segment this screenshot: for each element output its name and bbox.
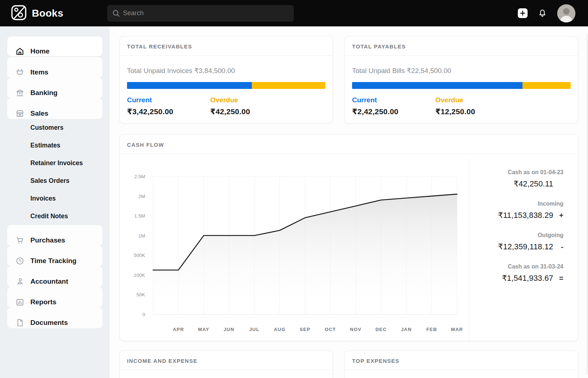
sidebar-item-label: Invoices (30, 195, 56, 202)
cash-flow-summary-sign: - (553, 243, 563, 251)
sidebar-item-time-tracking[interactable]: Time Tracking (7, 246, 102, 266)
top-expenses-card: TOP EXPENSES (344, 351, 578, 378)
svg-text:500K: 500K (134, 253, 145, 258)
sidebar-item-purchases[interactable]: Purchases (7, 225, 102, 246)
books-logo-icon (11, 5, 27, 22)
cash-flow-summary-sign: + (553, 211, 563, 220)
svg-text:2.5M: 2.5M (134, 174, 145, 179)
person-icon (15, 277, 25, 286)
cash-flow-card: CASH FLOW 050K100K500K1M1.5M2M2.5MAPRMAY… (119, 134, 578, 341)
scrollbar[interactable] (587, 34, 588, 374)
search-icon (112, 9, 120, 17)
payables-overdue-label: Overdue (435, 96, 571, 104)
cash-flow-summary-value: ₹11,153,838.29 (498, 211, 553, 220)
cash-flow-summary-label: Cash as on 31-03-24 (469, 263, 563, 270)
sidebar-item-label: Sales (30, 109, 48, 117)
bank-icon (15, 88, 25, 98)
sidebar-item-sales-orders[interactable]: Sales Orders (7, 172, 102, 190)
svg-text:MAR: MAR (451, 327, 462, 332)
sidebar-item-items[interactable]: Items (7, 57, 102, 78)
svg-text:NOV: NOV (350, 327, 361, 332)
sidebar-item-label: Items (30, 68, 48, 76)
cash-flow-summary-value: ₹12,359,118.12 (498, 242, 553, 252)
payables-overdue-amount: ₹12,250.00 (435, 107, 571, 116)
sidebar-item-label: Purchases (30, 236, 65, 244)
brand: Books (11, 5, 107, 22)
app-title: Books (32, 8, 63, 19)
cash-flow-card-title: CASH FLOW (120, 135, 578, 154)
sidebar-item-banking[interactable]: Banking (7, 78, 102, 98)
receivables-current-segment (127, 82, 252, 89)
receivables-current-label: Current (127, 96, 210, 104)
income-and-expense-title: INCOME AND EXPENSE (120, 351, 333, 370)
topbar: Books (0, 0, 588, 26)
sidebar-item-label: Credit Notes (30, 212, 68, 220)
sidebar-item-label: Sales Orders (30, 177, 69, 185)
user-avatar[interactable] (557, 4, 575, 22)
payables-current-amount: ₹2,42,250.00 (352, 107, 435, 116)
receivables-overdue-amount: ₹42,250.00 (210, 107, 325, 116)
sidebar-item-label: Retainer Invoices (30, 159, 83, 167)
cash-flow-summary-sign: = (553, 274, 563, 283)
income-and-expense-card: INCOME AND EXPENSE (119, 351, 333, 378)
search-bar (107, 5, 294, 22)
sidebar-item-label: Banking (30, 89, 58, 97)
svg-text:2M: 2M (138, 194, 145, 199)
svg-text:APR: APR (173, 327, 184, 332)
cash-flow-summary-label: Incoming (469, 201, 563, 207)
notifications-bell-icon[interactable] (538, 9, 547, 18)
sidebar-item-label: Documents (30, 319, 68, 327)
sidebar-item-home[interactable]: Home (7, 36, 102, 56)
sidebar-item-customers[interactable]: Customers (7, 119, 102, 137)
receivables-overdue-segment (252, 82, 325, 89)
payables-current-label: Current (352, 96, 435, 104)
home-icon (15, 47, 25, 56)
sidebar-item-sales[interactable]: Sales (7, 98, 102, 119)
cash-flow-chart: 050K100K500K1M1.5M2M2.5MAPRMAYJUNJULAUGS… (124, 168, 462, 338)
basket-icon (15, 68, 25, 77)
quick-create-button[interactable] (518, 8, 528, 18)
sidebar-item-label: Home (30, 47, 50, 55)
cash-flow-summary-label: Cash as on 01-04-23 (469, 169, 563, 176)
sidebar-item-credit-notes[interactable]: Credit Notes (7, 207, 102, 225)
svg-text:1.5M: 1.5M (134, 213, 145, 219)
svg-text:50K: 50K (136, 292, 145, 297)
total-receivables-card: TOTAL RECEIVABLES Total Unpaid Invoices … (119, 36, 333, 124)
sidebar-item-label: Estimates (30, 142, 60, 149)
cash-flow-chart-area: 050K100K500K1M1.5M2M2.5MAPRMAYJUNJULAUGS… (120, 154, 469, 341)
receivables-overdue-label: Overdue (210, 96, 325, 104)
payables-current-segment (352, 82, 523, 89)
bar-chart-icon (15, 297, 25, 307)
cash-flow-summary-row: Cash as on 01-04-23₹42,250.11 (469, 169, 563, 189)
receivables-card-title: TOTAL RECEIVABLES (120, 36, 333, 56)
cash-flow-summary-row: Cash as on 31-03-24₹1,541,933.67= (469, 263, 563, 283)
sidebar-item-label: Reports (30, 298, 56, 306)
sidebar-item-estimates[interactable]: Estimates (7, 137, 102, 154)
receivables-current-amount: ₹3,42,250.00 (127, 107, 210, 116)
cash-flow-summary-label: Outgoing (469, 232, 563, 239)
store-icon (15, 109, 25, 118)
sidebar-item-label: Accountant (30, 278, 68, 285)
receivables-progress-bar (127, 82, 325, 89)
document-icon (15, 318, 25, 327)
svg-text:SEP: SEP (300, 327, 310, 332)
search-input[interactable] (107, 5, 294, 22)
cash-flow-summary-row: Outgoing₹12,359,118.12- (469, 232, 563, 252)
svg-text:FEB: FEB (426, 327, 437, 332)
sidebar-item-invoices[interactable]: Invoices (7, 190, 102, 207)
sidebar-item-label: Customers (30, 124, 63, 132)
sidebar: HomeItemsBankingSalesCustomersEstimatesR… (0, 26, 110, 378)
cash-flow-summary-value: ₹1,541,933.67 (502, 274, 553, 283)
svg-text:DEC: DEC (375, 327, 386, 332)
sidebar-item-accountant[interactable]: Accountant (7, 266, 102, 287)
sidebar-item-retainer-invoices[interactable]: Retainer Invoices (7, 154, 102, 172)
cash-flow-summary-value: ₹42,250.11 (513, 179, 553, 189)
sidebar-item-reports[interactable]: Reports (7, 287, 102, 308)
svg-text:JAN: JAN (401, 327, 412, 332)
cash-flow-summary-row: Incoming₹11,153,838.29+ (469, 201, 563, 220)
payables-progress-bar (352, 82, 571, 89)
top-expenses-title: TOP EXPENSES (345, 351, 578, 370)
payables-card-title: TOTAL PAYABLES (345, 36, 578, 56)
svg-text:OCT: OCT (325, 327, 336, 332)
sidebar-item-documents[interactable]: Documents (7, 308, 102, 328)
